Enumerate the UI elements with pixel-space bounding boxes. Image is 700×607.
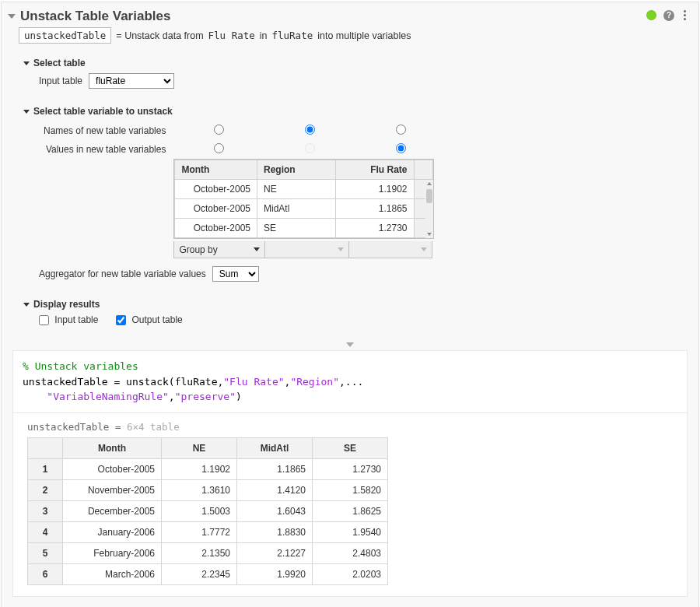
expand-results-icon[interactable]: [346, 342, 354, 347]
section-header-select-table[interactable]: Select table: [23, 58, 688, 68]
chevron-down-icon: [338, 247, 344, 251]
section-select-var: Select table variable to unstack Names o…: [2, 98, 698, 291]
radio-names-month[interactable]: [214, 125, 224, 135]
preview-row: October-2005 NE 1.1902: [175, 180, 433, 199]
row-label-names: Names of new table variables: [39, 121, 173, 140]
radio-selection-table: Names of new table variables Values in n…: [39, 121, 446, 258]
aggregator-label: Aggregator for new table variable values: [39, 268, 206, 279]
result-col-se: SE: [313, 437, 388, 458]
row-label-values: Values in new table variables: [39, 140, 173, 159]
output-var-name: unstackedTable: [19, 27, 111, 44]
preview-col-month: Month: [175, 160, 257, 180]
status-indicator-icon: [647, 11, 656, 19]
result-output: unstackedTable = 6×4 table Month NE MidA…: [12, 413, 688, 597]
radio-values-month[interactable]: [214, 143, 224, 153]
caret-down-icon: [23, 110, 30, 114]
task-title: Unstack Table Variables: [20, 9, 170, 24]
preview-scrollbar[interactable]: [425, 180, 433, 238]
result-row: 4January-20061.77721.88301.9540: [28, 521, 388, 542]
scroll-down-icon[interactable]: [425, 230, 433, 238]
caret-down-icon: [23, 303, 30, 307]
result-row: 3December-20051.50031.60431.8625: [28, 500, 388, 521]
chevron-down-icon: [254, 247, 260, 251]
section-display-results: Display results Input table Output table: [2, 291, 698, 335]
collapse-icon[interactable]: [8, 14, 16, 19]
preview-table: Month Region Flu Rate October-2005 NE 1.…: [173, 159, 434, 239]
section-select-table: Select table Input table fluRate: [2, 50, 698, 98]
groupby-select-month[interactable]: Group by: [173, 241, 265, 258]
result-row: 2November-20051.36101.41201.5820: [28, 479, 388, 500]
radio-values-flurate[interactable]: [396, 143, 406, 153]
input-table-select[interactable]: fluRate: [89, 73, 174, 89]
checkbox-input-table[interactable]: Input table: [39, 314, 98, 325]
result-row: 1October-20051.19021.18651.2730: [28, 458, 388, 479]
groupby-select-region: [265, 241, 349, 258]
task-summary: unstackedTable = Unstack data from Flu R…: [2, 27, 698, 50]
preview-row: October-2005 SE 1.2730: [175, 219, 433, 238]
result-col-month: Month: [63, 437, 162, 458]
result-col-midatl: MidAtl: [237, 437, 313, 458]
source-table-code: fluRate: [272, 30, 313, 41]
radio-values-region: [305, 143, 315, 153]
checkbox-input-table-box[interactable]: [39, 315, 49, 325]
result-header: unstackedTable = 6×4 table: [27, 421, 673, 433]
result-row: 5February-20062.13502.12272.4803: [28, 542, 388, 563]
scroll-up-icon[interactable]: [425, 180, 433, 188]
panel-header: Unstack Table Variables ?: [2, 2, 698, 27]
result-col-ne: NE: [162, 437, 237, 458]
radio-names-region[interactable]: [305, 125, 315, 135]
scroll-thumb[interactable]: [426, 189, 432, 203]
radio-names-flurate[interactable]: [396, 125, 406, 135]
source-var-code: Flu Rate: [208, 30, 255, 41]
generated-code: % Unstack variables unstackedTable = uns…: [12, 350, 688, 413]
result-table: Month NE MidAtl SE 1October-20051.19021.…: [27, 437, 388, 585]
section-header-select-var[interactable]: Select table variable to unstack: [23, 106, 688, 117]
input-table-label: Input table: [39, 75, 82, 86]
preview-col-region: Region: [257, 160, 336, 180]
result-row: 6March-20062.23451.99202.0203: [28, 563, 388, 584]
menu-icon[interactable]: [682, 9, 688, 22]
aggregator-select[interactable]: Sum: [212, 266, 259, 282]
chevron-down-icon: [421, 247, 427, 251]
preview-row: October-2005 MidAtl 1.1865: [175, 199, 433, 219]
caret-down-icon: [23, 61, 30, 65]
preview-col-rate: Flu Rate: [336, 160, 414, 180]
section-header-display[interactable]: Display results: [23, 299, 688, 310]
task-panel: Unstack Table Variables ? unstackedTable…: [1, 2, 699, 607]
checkbox-output-table-box[interactable]: [116, 315, 126, 325]
groupby-select-rate: [349, 241, 432, 258]
help-icon[interactable]: ?: [663, 10, 674, 21]
checkbox-output-table[interactable]: Output table: [116, 314, 183, 325]
